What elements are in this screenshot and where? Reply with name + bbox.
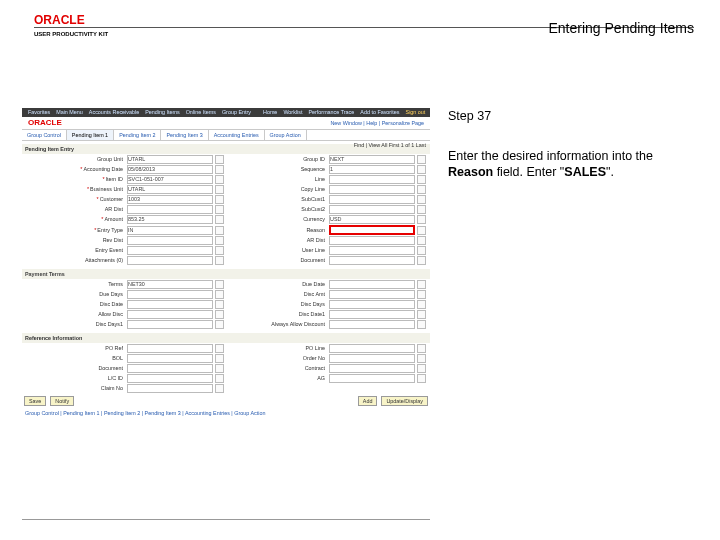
text-input[interactable] bbox=[329, 310, 415, 319]
text-input[interactable]: 853.25 bbox=[127, 215, 213, 224]
lookup-icon[interactable] bbox=[417, 374, 426, 383]
text-input[interactable] bbox=[127, 384, 213, 393]
save-button[interactable]: Save bbox=[24, 396, 46, 406]
lookup-icon[interactable] bbox=[417, 344, 426, 353]
tab-pending-item-3[interactable]: Pending Item 3 bbox=[161, 130, 208, 140]
text-input[interactable]: 1003 bbox=[127, 195, 213, 204]
text-input[interactable] bbox=[329, 205, 415, 214]
text-input[interactable] bbox=[329, 290, 415, 299]
text-input[interactable]: NET30 bbox=[127, 280, 213, 289]
text-input[interactable]: IN bbox=[127, 226, 213, 235]
text-input[interactable] bbox=[127, 310, 213, 319]
text-input[interactable]: USD bbox=[329, 215, 415, 224]
nav-item[interactable]: Favorites bbox=[28, 109, 50, 116]
lookup-icon[interactable] bbox=[215, 290, 224, 299]
lookup-icon[interactable] bbox=[417, 236, 426, 245]
text-input[interactable]: 1 bbox=[329, 165, 415, 174]
nav-link[interactable]: Add to Favorites bbox=[360, 109, 399, 116]
lookup-icon[interactable] bbox=[215, 165, 224, 174]
update-display-button[interactable]: Update/Display bbox=[381, 396, 428, 406]
tab-pending-item-2[interactable]: Pending Item 2 bbox=[114, 130, 161, 140]
tab-group-action[interactable]: Group Action bbox=[265, 130, 307, 140]
lookup-icon[interactable] bbox=[417, 280, 426, 289]
lookup-icon[interactable] bbox=[215, 374, 224, 383]
text-input[interactable] bbox=[127, 246, 213, 255]
lookup-icon[interactable] bbox=[417, 300, 426, 309]
text-input[interactable] bbox=[127, 290, 213, 299]
lookup-icon[interactable] bbox=[417, 195, 426, 204]
lookup-icon[interactable] bbox=[417, 165, 426, 174]
text-input[interactable] bbox=[329, 185, 415, 194]
nav-link[interactable]: Performance Trace bbox=[308, 109, 354, 116]
bottom-breadcrumb[interactable]: Group Control | Pending Item 1 | Pending… bbox=[22, 408, 430, 419]
text-input[interactable] bbox=[329, 236, 415, 245]
text-input[interactable]: SVC1-051-007 bbox=[127, 175, 213, 184]
lookup-icon[interactable] bbox=[215, 384, 224, 393]
lookup-icon[interactable] bbox=[417, 364, 426, 373]
text-input[interactable] bbox=[329, 175, 415, 184]
lookup-icon[interactable] bbox=[215, 155, 224, 164]
text-input[interactable] bbox=[127, 300, 213, 309]
window-links[interactable]: New Window | Help | Personalize Page bbox=[330, 120, 424, 127]
text-input[interactable]: UTARL bbox=[127, 185, 213, 194]
text-input[interactable] bbox=[127, 320, 213, 329]
lookup-icon[interactable] bbox=[215, 185, 224, 194]
text-input[interactable]: NEXT bbox=[329, 155, 415, 164]
lookup-icon[interactable] bbox=[417, 320, 426, 329]
lookup-icon[interactable] bbox=[417, 310, 426, 319]
lookup-icon[interactable] bbox=[215, 236, 224, 245]
text-input[interactable] bbox=[329, 320, 415, 329]
text-input[interactable] bbox=[127, 354, 213, 363]
lookup-icon[interactable] bbox=[215, 320, 224, 329]
tab-pending-item-1[interactable]: Pending Item 1 bbox=[67, 130, 114, 140]
text-input[interactable]: UTARL bbox=[127, 155, 213, 164]
lookup-icon[interactable] bbox=[417, 354, 426, 363]
text-input[interactable] bbox=[329, 374, 415, 383]
find-bar[interactable]: Find | View All First 1 of 1 Last bbox=[354, 142, 426, 149]
lookup-icon[interactable] bbox=[417, 290, 426, 299]
signout-link[interactable]: Sign out bbox=[406, 109, 426, 116]
lookup-icon[interactable] bbox=[215, 280, 224, 289]
lookup-icon[interactable] bbox=[417, 226, 426, 235]
lookup-icon[interactable] bbox=[215, 175, 224, 184]
text-input[interactable] bbox=[329, 364, 415, 373]
text-input[interactable] bbox=[329, 344, 415, 353]
nav-link[interactable]: Worklist bbox=[283, 109, 302, 116]
text-input[interactable] bbox=[127, 236, 213, 245]
nav-item[interactable]: Group Entry bbox=[222, 109, 251, 116]
notify-button[interactable]: Notify bbox=[50, 396, 74, 406]
lookup-icon[interactable] bbox=[417, 246, 426, 255]
text-input[interactable] bbox=[329, 354, 415, 363]
text-input[interactable] bbox=[329, 256, 415, 265]
lookup-icon[interactable] bbox=[215, 226, 224, 235]
add-button[interactable]: Add bbox=[358, 396, 378, 406]
lookup-icon[interactable] bbox=[215, 256, 224, 265]
lookup-icon[interactable] bbox=[417, 175, 426, 184]
tab-group-control[interactable]: Group Control bbox=[22, 130, 67, 140]
text-input[interactable] bbox=[127, 256, 213, 265]
nav-item[interactable]: Main Menu bbox=[56, 109, 83, 116]
text-input[interactable] bbox=[127, 374, 213, 383]
lookup-icon[interactable] bbox=[215, 246, 224, 255]
lookup-icon[interactable] bbox=[417, 256, 426, 265]
lookup-icon[interactable] bbox=[215, 195, 224, 204]
nav-item[interactable]: Pending Items bbox=[145, 109, 179, 116]
lookup-icon[interactable] bbox=[215, 364, 224, 373]
lookup-icon[interactable] bbox=[417, 205, 426, 214]
lookup-icon[interactable] bbox=[215, 344, 224, 353]
lookup-icon[interactable] bbox=[215, 300, 224, 309]
text-input[interactable] bbox=[329, 280, 415, 289]
nav-item[interactable]: Accounts Receivable bbox=[89, 109, 139, 116]
text-input[interactable] bbox=[127, 364, 213, 373]
lookup-icon[interactable] bbox=[417, 215, 426, 224]
text-input[interactable] bbox=[329, 300, 415, 309]
nav-link[interactable]: Home bbox=[263, 109, 277, 116]
text-input[interactable] bbox=[127, 344, 213, 353]
lookup-icon[interactable] bbox=[417, 155, 426, 164]
lookup-icon[interactable] bbox=[417, 185, 426, 194]
text-input[interactable] bbox=[127, 205, 213, 214]
lookup-icon[interactable] bbox=[215, 205, 224, 214]
text-input[interactable] bbox=[329, 246, 415, 255]
text-input[interactable]: 05/08/2013 bbox=[127, 165, 213, 174]
text-input[interactable] bbox=[329, 225, 415, 235]
